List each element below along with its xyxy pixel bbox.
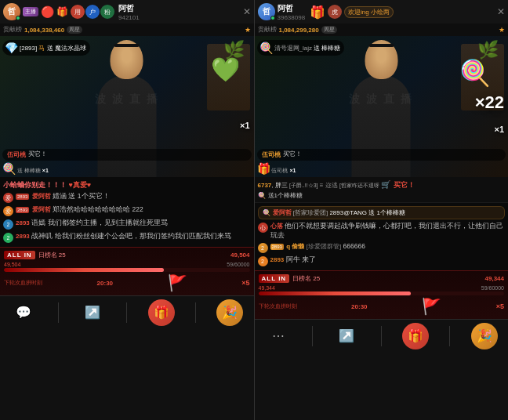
right-gift-notif-text: 清号退网_lajz 送 棒棒糖 bbox=[274, 44, 341, 52]
right-gift-hdr-icon: 🎁 bbox=[310, 5, 325, 20]
right-fans-id: 39638098 bbox=[278, 14, 306, 21]
right-nav-share[interactable]: ↗️ bbox=[333, 323, 360, 349]
right-contrib-label: 贡献榜 bbox=[258, 26, 277, 34]
right-candy-deco: 🍭 bbox=[459, 58, 491, 88]
right-msg-2: 2 2893 阿牛 来了 bbox=[258, 255, 506, 266]
left-week-tag: 周星 bbox=[67, 26, 82, 34]
left-fans-id: 942101 bbox=[118, 14, 140, 21]
right-msg-2-content: 2893 阿牛 来了 bbox=[270, 255, 506, 265]
left-msg-3-avatar: 2 bbox=[3, 233, 13, 243]
left-nav-share[interactable]: ↗️ bbox=[79, 299, 106, 326]
right-allin-date: 49,344 bbox=[485, 275, 504, 282]
left-vip-badge: 主播 bbox=[23, 7, 38, 16]
left-lollipop-icon: 🍭 bbox=[2, 162, 16, 175]
right-msg-0-user: 心落 bbox=[270, 223, 283, 230]
right-flag-count: ×5 bbox=[496, 302, 504, 310]
right-top-gift-text: 送1个棒棒糖 bbox=[268, 191, 303, 200]
right-nav-gift-icon: 🎁 bbox=[408, 328, 423, 343]
right-bottom-nav: ⋯ ↗️ 🎁 🎉 bbox=[255, 319, 509, 352]
left-gift-notif: 💎 [2893] 马 送 魔法水晶球 bbox=[2, 40, 90, 56]
right-close-btn[interactable]: ✕ bbox=[497, 6, 505, 17]
right-candy-icon: 🍭 bbox=[459, 59, 491, 87]
right-allin-footer: 下轮次血拼时刻 20:30 🚩 ×5 bbox=[259, 297, 505, 316]
right-nav-lucky[interactable]: 🎉 bbox=[471, 323, 498, 349]
right-nav-lucky-icon: 🎉 bbox=[477, 328, 492, 343]
right-prog-bar bbox=[259, 291, 505, 295]
left-msg-2-avatar: 2 bbox=[3, 219, 13, 230]
left-bottom-nav: 💬 ↗️ 🎁 🎉 bbox=[0, 295, 254, 328]
left-nav-chat-icon: 💬 bbox=[16, 305, 31, 320]
right-stream-panel: 哲 阿哲 39638098 🎁 虎 欢迎ing 小绘两 ✕ bbox=[254, 0, 509, 420]
right-header: 哲 阿哲 39638098 🎁 虎 欢迎ing 小绘两 ✕ bbox=[255, 0, 509, 24]
left-fire-icon: 🔴 bbox=[41, 5, 54, 18]
right-progress: 49,344 59/60000 bbox=[259, 285, 505, 295]
left-prog-bar bbox=[4, 268, 250, 272]
right-msg-1-group: [珍爱团群管] bbox=[307, 243, 341, 250]
left-bubble-1-user: 伍司桃 bbox=[7, 150, 26, 159]
right-round-time: 20:30 bbox=[351, 303, 367, 310]
left-msg-2-text: 语嫣 我们都签约主播，见到主播就往死里骂 bbox=[31, 219, 167, 226]
right-allin: ALL IN 日榜名 25 49,344 49,344 59/60000 下轮次… bbox=[255, 270, 509, 319]
left-prog-fill bbox=[4, 268, 164, 272]
left-msg-1-lvtag: 2893 bbox=[16, 207, 29, 213]
right-contrib-row: 贡献榜 1,084,299,280 周星 ★ bbox=[255, 24, 509, 36]
left-chat: 小蛤蛐你别走！！！ ♥真爱♥ 爱 2893 爱阿哲 婧涵 送 1个买它！ 爱 2… bbox=[0, 177, 254, 247]
left-special-text: 小蛤蛐你别走！！！ ♥真爱♥ bbox=[3, 180, 91, 190]
right-x1-badge: ×1 bbox=[494, 125, 504, 134]
left-msg-1: 爱 2893 爱阿哲 郑浩然哈哈哈哈哈哈哈哈 222 bbox=[3, 205, 251, 216]
right-nav-sep2 bbox=[381, 326, 382, 346]
left-msg-0-user: 爱阿哲 bbox=[32, 193, 51, 200]
right-gift-notif-content: 爱阿哲 [哲家珍爱团] 2893@TANG 送 1个棒棒糖 bbox=[273, 208, 405, 217]
left-x1-badge: ×1 bbox=[240, 121, 250, 130]
left-close-btn[interactable]: ✕ bbox=[243, 6, 251, 17]
left-msg-1-text: 郑浩然哈哈哈哈哈哈哈哈 222 bbox=[53, 205, 143, 213]
right-x1-small: ×1 bbox=[289, 168, 296, 173]
right-msg-1-lvtag: 2893 bbox=[270, 244, 284, 250]
left-msg-2-user: 2893 bbox=[16, 219, 30, 226]
right-msg-0-text: 他们不就想要调起战争刷钱嘛，心都打吧，我们退出不行，让他们自己玩去 bbox=[270, 222, 503, 239]
right-nav-more[interactable]: ⋯ bbox=[265, 323, 292, 349]
left-nav-chat[interactable]: 💬 bbox=[10, 299, 37, 326]
left-allin-top: ALL IN 日榜名 25 49,504 bbox=[4, 251, 250, 259]
left-viewer-1: 用 bbox=[71, 5, 85, 19]
right-top-gift-icon: 🍭 bbox=[258, 192, 266, 199]
left-avatar-wrap: 哲 bbox=[3, 3, 20, 20]
right-video: 🌿 波 波 直 播 🍭 清号退网_lajz 送 棒棒糖 bbox=[255, 36, 509, 177]
right-nav-gift[interactable]: 🎁 bbox=[402, 323, 429, 349]
left-vid-overlay: 伍司桃 买它！ 🍭 送 棒棒糖 ×1 bbox=[2, 149, 252, 175]
left-msg-1-user: 爱阿哲 bbox=[32, 206, 51, 213]
left-viewer-3: 粉 bbox=[100, 5, 114, 19]
right-chat: 🍭 爱阿哲 [哲家珍爱团] 2893@TANG 送 1个棒棒糖 心 心落 他们不… bbox=[255, 203, 509, 270]
left-nav-sep1 bbox=[58, 302, 59, 323]
right-bubble-1-user: 伍司桃 bbox=[262, 150, 281, 159]
left-name-fans: 阿哲 942101 bbox=[118, 3, 140, 21]
left-x1-small: ×1 bbox=[42, 168, 49, 173]
left-header: 哲 主播 🔴 🎁 用 户 粉 阿哲 942101 ✕ bbox=[0, 0, 254, 24]
right-watermark: 波 波 直 播 bbox=[349, 92, 413, 107]
left-contrib-label: 贡献榜 bbox=[3, 26, 22, 34]
left-flag-count: ×5 bbox=[241, 279, 249, 287]
right-welcome: 欢迎ing 小绘两 bbox=[344, 6, 394, 18]
left-allin-title: 日榜名 25 bbox=[38, 251, 66, 259]
left-online-dot bbox=[16, 16, 20, 20]
left-bubble-1-text: 买它！ bbox=[28, 150, 47, 158]
right-prog-fill bbox=[259, 291, 411, 295]
right-prog-labels: 49,344 59/60000 bbox=[259, 285, 505, 291]
right-avatar-wrap: 哲 bbox=[258, 3, 275, 20]
left-allin-footer: 下轮次血拼时刻 20:30 🚩 ×5 bbox=[4, 273, 250, 292]
right-nav-share-icon: ↗️ bbox=[339, 328, 354, 343]
right-gift-notif-row: 🍭 爱阿哲 [哲家珍爱团] 2893@TANG 送 1个棒棒糖 bbox=[258, 206, 506, 219]
left-crystal-icon: 💎 bbox=[5, 42, 18, 54]
right-viewer-1: 虎 bbox=[328, 5, 342, 19]
left-send-text: 送 棒棒糖 bbox=[17, 168, 41, 173]
left-prog-target: 59/60000 bbox=[227, 262, 249, 267]
left-nav-lucky[interactable]: 🎉 bbox=[216, 299, 243, 326]
left-nav-gift[interactable]: 🎁 bbox=[148, 299, 175, 326]
right-allin-top: ALL IN 日榜名 25 49,344 bbox=[259, 274, 505, 283]
left-star: ★ bbox=[245, 26, 251, 34]
left-msg-0-content: 2893 爱阿哲 婧涵 送 1个买它！ bbox=[16, 192, 251, 201]
left-stream-panel: 哲 主播 🔴 🎁 用 户 粉 阿哲 942101 ✕ bbox=[0, 0, 254, 420]
left-allin-badge: ALL IN bbox=[4, 251, 35, 259]
right-gift-pill: 🍭 清号退网_lajz 送 棒棒糖 bbox=[257, 40, 345, 56]
right-nav-sep1 bbox=[312, 326, 313, 346]
